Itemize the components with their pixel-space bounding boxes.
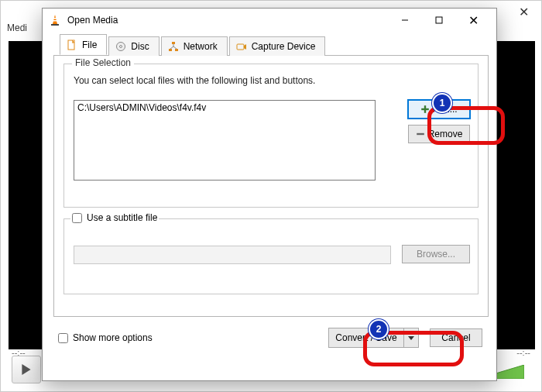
- svg-rect-4: [53, 20, 57, 22]
- cancel-button-label: Cancel: [441, 332, 470, 343]
- close-button[interactable]: ✕: [456, 9, 490, 31]
- remove-button[interactable]: Remove: [408, 125, 470, 143]
- subtitle-checkbox-label: Use a subtitle file: [87, 212, 157, 223]
- open-media-dialog: Open Media ✕ File: [42, 8, 497, 381]
- tab-label: Disc: [131, 41, 149, 52]
- dialog-titlebar: Open Media ✕: [43, 9, 496, 32]
- minimize-button[interactable]: [388, 9, 422, 31]
- svg-rect-7: [436, 17, 442, 23]
- subtitle-group: Use a subtitle file Browse...: [63, 218, 479, 294]
- remove-button-label: Remove: [428, 129, 463, 139]
- tab-panel-file: File Selection You can select local file…: [53, 55, 489, 317]
- svg-rect-5: [51, 24, 59, 26]
- svg-marker-2: [53, 15, 57, 24]
- browse-subtitle-button: Browse...: [402, 245, 470, 263]
- subtitle-path-input: [74, 246, 391, 264]
- disc-icon: [115, 41, 126, 52]
- convert-save-dropdown[interactable]: [403, 328, 419, 348]
- svg-rect-3: [53, 18, 57, 19]
- minus-icon: [416, 129, 425, 139]
- show-more-checkbox[interactable]: [58, 333, 68, 343]
- file-list[interactable]: C:\Users\ADMIN\Videos\f4v.f4v: [74, 100, 376, 181]
- convert-save-label: Convert / Save: [335, 332, 396, 343]
- play-icon: [21, 364, 32, 375]
- tabs: File Disc Network: [53, 35, 489, 55]
- show-more-label: Show more options: [73, 332, 153, 343]
- callout-badge-1: 1: [432, 93, 452, 113]
- file-selection-hint: You can select local files with the foll…: [74, 75, 468, 86]
- tab-disc[interactable]: Disc: [108, 36, 159, 56]
- svg-rect-17: [237, 44, 244, 50]
- main-close-icon[interactable]: ✕: [510, 3, 537, 20]
- tab-file[interactable]: File: [60, 34, 107, 55]
- tab-label: Network: [184, 41, 218, 52]
- plus-icon: [420, 105, 430, 114]
- chevron-down-icon: [408, 335, 414, 341]
- svg-rect-12: [169, 49, 172, 51]
- subtitle-checkbox[interactable]: [72, 213, 82, 223]
- play-button[interactable]: [12, 356, 41, 383]
- file-selection-group: File Selection You can select local file…: [63, 64, 479, 208]
- maximize-button[interactable]: [422, 9, 456, 31]
- tab-network[interactable]: Network: [161, 36, 228, 56]
- show-more-options[interactable]: Show more options: [58, 332, 153, 343]
- svg-line-16: [173, 46, 177, 49]
- svg-rect-13: [175, 49, 178, 51]
- file-list-item[interactable]: C:\Users\ADMIN\Videos\f4v.f4v: [77, 102, 372, 113]
- svg-line-15: [170, 46, 173, 49]
- cancel-button[interactable]: Cancel: [430, 328, 482, 347]
- svg-marker-22: [408, 336, 414, 340]
- capture-icon: [236, 41, 247, 52]
- svg-rect-11: [172, 42, 175, 44]
- tab-label: File: [82, 40, 97, 50]
- tab-capture[interactable]: Capture Device: [229, 36, 326, 56]
- convert-save-button[interactable]: Convert / Save: [328, 328, 403, 348]
- svg-point-10: [120, 46, 122, 48]
- network-icon: [168, 41, 179, 52]
- callout-badge-2: 2: [369, 319, 389, 339]
- vlc-cone-icon: [49, 14, 61, 26]
- dialog-title: Open Media: [67, 15, 388, 26]
- file-icon: [67, 40, 77, 50]
- svg-marker-0: [22, 364, 30, 375]
- file-selection-legend: File Selection: [72, 57, 134, 68]
- browse-button-label: Browse...: [417, 249, 455, 260]
- tab-label: Capture Device: [252, 41, 316, 52]
